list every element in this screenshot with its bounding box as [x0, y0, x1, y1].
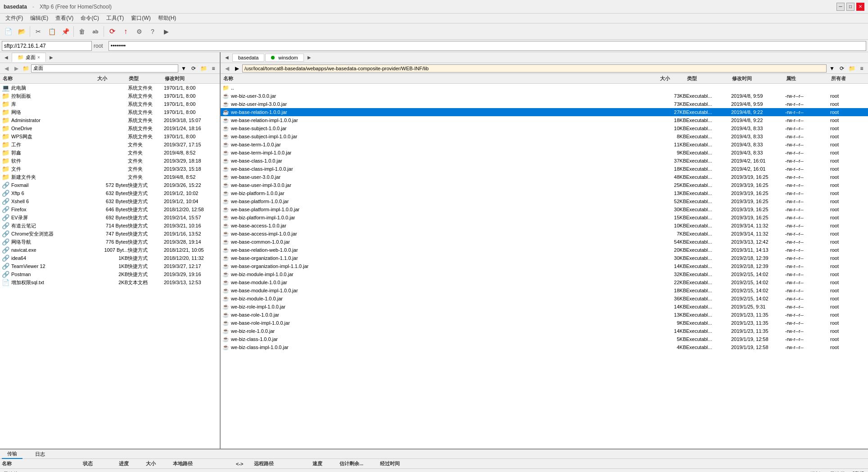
right-prev-tab[interactable]: ◀ [222, 54, 231, 62]
right-item[interactable]: ☕ we-base-relation-1.0.0.jar 27KB Execut… [221, 108, 868, 116]
right-item[interactable]: ☕ we-base-user-3.0.0.jar 48KB Executabl.… [221, 173, 868, 181]
list-item[interactable]: 🔗 有道云笔记 714 Bytes 快捷方式 2019/3/21, 10:16 [0, 222, 220, 230]
right-tab-basedata[interactable]: basedata [232, 54, 264, 62]
delete-btn[interactable]: 🗑 [76, 25, 88, 38]
left-col-size[interactable]: 大小 [96, 75, 128, 82]
right-item[interactable]: ☕ we-base-module-1.0.0.jar 22KB Executab… [221, 278, 868, 286]
menu-view[interactable]: 查看(V) [52, 14, 77, 23]
left-next-tab[interactable]: ▶ [47, 54, 56, 62]
refresh-btn[interactable]: ⟳ [106, 25, 118, 38]
right-item[interactable]: ☕ we-base-organization-impl-1.1.0.jar 14… [221, 262, 868, 270]
list-item[interactable]: 📁 WPS网盘 系统文件夹 1970/1/1, 8:00 [0, 132, 220, 141]
maximize-button[interactable]: □ [846, 3, 854, 11]
left-tab-close[interactable]: × [37, 55, 40, 60]
right-item[interactable]: ☕ we-biz-platform-1.0.0.jar 13KB Executa… [221, 189, 868, 197]
right-next-tab[interactable]: ▶ [305, 54, 314, 62]
right-item[interactable]: ☕ we-base-term-impl-1.0.0.jar 9KB Execut… [221, 149, 868, 157]
right-tab-winsdom[interactable]: winsdom [265, 54, 303, 62]
list-item[interactable]: 📁 库 系统文件夹 1970/1/1, 8:00 [0, 100, 220, 108]
list-item[interactable]: 🔗 Xftp 6 632 Bytes 快捷方式 2019/1/2, 10:02 [0, 189, 220, 197]
list-item[interactable]: 📁 Administrator 系统文件夹 2019/3/18, 15:07 [0, 116, 220, 124]
help-btn[interactable]: ? [146, 25, 159, 38]
right-item[interactable]: ☕ we-base-relation-impl-1.0.0.jar 18KB E… [221, 116, 868, 124]
right-col-type[interactable]: 类型 [686, 75, 731, 82]
right-item[interactable]: ☕ we-base-relation-web-1.0.0.jar 20KB Ex… [221, 246, 868, 254]
menu-window[interactable]: 窗口(W) [127, 14, 154, 23]
right-item[interactable]: ☕ we-base-role-1.0.0.jar 13KB Executabl.… [221, 311, 868, 319]
right-item[interactable]: ☕ we-biz-module-impl-1.0.0.jar 32KB Exec… [221, 270, 868, 278]
left-prev-tab[interactable]: ◀ [2, 54, 11, 62]
right-item[interactable]: ☕ we-biz-class-impl-1.0.0.jar 4KB Execut… [221, 343, 868, 351]
upload-btn[interactable]: ↑ [119, 25, 132, 38]
left-path-dropdown[interactable]: ▼ [179, 64, 188, 73]
menu-file[interactable]: 文件(F) [2, 14, 27, 23]
settings-btn[interactable]: ⚙ [133, 25, 145, 38]
list-item[interactable]: 🔗 EV录屏 692 Bytes 快捷方式 2019/2/14, 15:57 [0, 213, 220, 222]
menu-help[interactable]: 帮助(H) [154, 14, 180, 23]
left-path-input[interactable] [31, 64, 178, 73]
right-path-dropdown[interactable]: ▼ [827, 64, 836, 73]
right-item-parent[interactable]: 📁 .. [221, 84, 868, 92]
list-item[interactable]: 🔗 navicat.exe 1007 Byt... 快捷方式 2018/12/2… [0, 246, 220, 254]
list-item[interactable]: 🔗 Postman 2KB 快捷方式 2019/3/29, 19:16 [0, 270, 220, 278]
right-item[interactable]: ☕ we-base-user-impl-3.0.0.jar 25KB Execu… [221, 181, 868, 189]
left-col-name[interactable]: 名称 [2, 75, 96, 82]
extra-btn[interactable]: ▶ [160, 25, 172, 38]
right-col-attr[interactable]: 属性 [785, 75, 830, 82]
left-settings-btn[interactable]: ≡ [209, 64, 218, 73]
transfer-tab[interactable]: 传输 [2, 449, 23, 459]
left-back-btn[interactable]: ◀ [2, 64, 11, 73]
log-tab[interactable]: 日志 [30, 450, 50, 458]
right-item[interactable]: ☕ we-biz-user-impl-3.0.0.jar 73KB Execut… [221, 100, 868, 108]
right-item[interactable]: ☕ we-biz-role-impl-1.0.0.jar 14KB Execut… [221, 303, 868, 311]
right-item[interactable]: ☕ we-base-role-impl-1.0.0.jar 9KB Execut… [221, 319, 868, 327]
right-item[interactable]: ☕ we-base-organization-1.1.0.jar 30KB Ex… [221, 254, 868, 262]
list-item[interactable]: 💻 此电脑 系统文件夹 1970/1/1, 8:00 [0, 84, 220, 92]
minimize-button[interactable]: ─ [836, 3, 845, 11]
right-col-size[interactable]: 大小 [659, 75, 686, 82]
right-forward-btn[interactable]: ▶ [232, 64, 241, 73]
list-item[interactable]: 📁 网络 系统文件夹 1970/1/1, 8:00 [0, 108, 220, 116]
right-settings-btn[interactable]: ≡ [857, 64, 866, 73]
list-item[interactable]: 📁 软件 文件夹 2019/3/29, 18:18 [0, 157, 220, 165]
list-item[interactable]: 📁 OneDrive 系统文件夹 2019/1/24, 18:16 [0, 124, 220, 132]
right-item[interactable]: ☕ we-base-access-1.0.0.jar 10KB Executab… [221, 222, 868, 230]
open-btn[interactable]: 📂 [15, 25, 28, 38]
paste-btn[interactable]: 📌 [59, 25, 72, 38]
close-button[interactable]: ✕ [856, 3, 864, 11]
left-newfolder-btn[interactable]: 📁 [199, 64, 208, 73]
right-item[interactable]: ☕ we-base-class-1.0.0.jar 37KB Executabl… [221, 157, 868, 165]
list-item[interactable]: 📄 增加权限sql.txt 2KB 文本文档 2019/3/13, 12:53 [0, 278, 220, 286]
right-item[interactable]: ☕ we-base-platform-impl-1.0.0.jar 30KB E… [221, 205, 868, 213]
rename-btn[interactable]: ab [89, 25, 102, 38]
password-input[interactable] [108, 41, 866, 51]
right-item[interactable]: ☕ we-biz-role-1.0.0.jar 14KB Executabl..… [221, 327, 868, 335]
list-item[interactable]: 📁 文件 文件夹 2019/3/23, 15:18 [0, 165, 220, 173]
right-path-input[interactable] [242, 64, 827, 73]
right-col-date[interactable]: 修改时间 [731, 75, 785, 82]
menu-edit[interactable]: 编辑(E) [27, 14, 52, 23]
right-item[interactable]: ☕ we-base-term-1.0.0.jar 11KB Executabl.… [221, 141, 868, 149]
list-item[interactable]: 🔗 Chrome安全浏览器 747 Bytes 快捷方式 2019/1/16, … [0, 230, 220, 238]
left-refresh-btn[interactable]: ⟳ [189, 64, 198, 73]
list-item[interactable]: 📁 郭鑫 文件夹 2019/4/8, 8:52 [0, 149, 220, 157]
list-item[interactable]: 🔗 Firefox 646 Bytes 快捷方式 2018/12/20, 12:… [0, 205, 220, 213]
right-item[interactable]: ☕ we-base-subject-1.0.0.jar 10KB Executa… [221, 124, 868, 132]
right-item[interactable]: ☕ we-base-class-impl-1.0.0.jar 18KB Exec… [221, 165, 868, 173]
right-item[interactable]: ☕ we-base-module-impl-1.0.0.jar 18KB Exe… [221, 286, 868, 295]
new-session-btn[interactable]: 📄 [2, 25, 14, 38]
right-item[interactable]: ☕ we-base-access-impl-1.0.0.jar 7KB Exec… [221, 230, 868, 238]
left-col-date[interactable]: 修改时间 [164, 75, 218, 82]
list-item[interactable]: 🔗 idea64 1KB 快捷方式 2018/12/20, 11:32 [0, 254, 220, 262]
right-item[interactable]: ☕ we-biz-class-1.0.0.jar 5KB Executabl..… [221, 335, 868, 343]
cut-btn[interactable]: ✂ [32, 25, 45, 38]
right-back-btn[interactable]: ◀ [222, 64, 231, 73]
left-tab-desktop[interactable]: 📁 桌面 × [12, 53, 46, 62]
list-item[interactable]: 🔗 Xshell 6 632 Bytes 快捷方式 2019/1/2, 10:0… [0, 197, 220, 205]
list-item[interactable]: 📁 控制面板 系统文件夹 1970/1/1, 8:00 [0, 92, 220, 100]
list-item[interactable]: 🔗 网络导航 776 Bytes 快捷方式 2019/3/28, 19:14 [0, 238, 220, 246]
list-item[interactable]: 📁 新建文件夹 文件夹 2019/4/8, 8:52 [0, 173, 220, 181]
copy-btn[interactable]: 📋 [45, 25, 58, 38]
right-refresh-btn[interactable]: ⟳ [837, 64, 846, 73]
left-col-type[interactable]: 类型 [128, 75, 164, 82]
